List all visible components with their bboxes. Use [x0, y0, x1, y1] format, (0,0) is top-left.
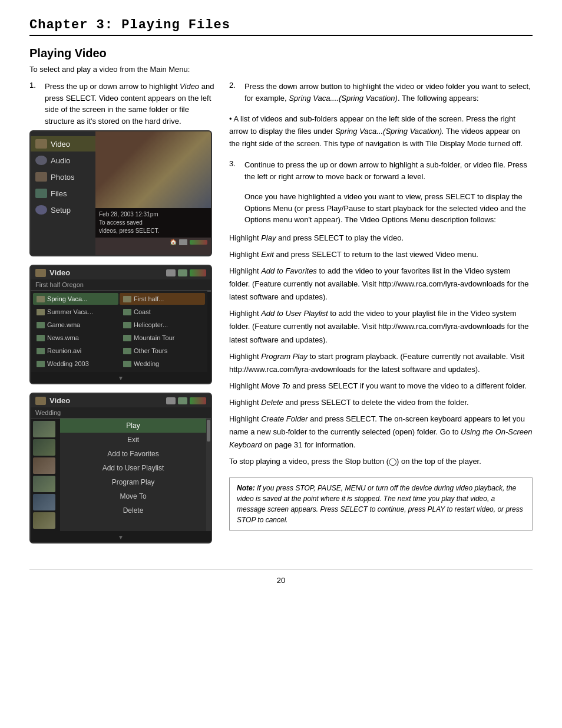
- option-program-play[interactable]: Program Play: [60, 475, 206, 489]
- option-move-to[interactable]: Move To: [60, 489, 206, 503]
- intro-text: To select and play a video from the Main…: [29, 65, 533, 74]
- file-item-reunion[interactable]: Reunion.avi: [33, 345, 118, 357]
- option-play[interactable]: Play: [60, 419, 206, 433]
- bullet-text: • A list of videos and sub-folders appea…: [229, 113, 533, 150]
- scroll-indicator: [207, 291, 211, 292]
- options-body: Play Exit Add to Favorites Add to User P…: [31, 419, 211, 531]
- screen3-options: Video Wedding Pla: [29, 393, 212, 543]
- main-content: 1. Press the up or down arrow to highlig…: [29, 81, 533, 552]
- folder-icon: [37, 309, 45, 315]
- setup-icon: [35, 205, 47, 215]
- thumb1: [33, 421, 55, 437]
- file-grid-wrapper: Spring Vaca... First half... Summer Vaca…: [31, 291, 211, 372]
- media-icon: [37, 322, 45, 328]
- option-delete[interactable]: Delete: [60, 503, 206, 518]
- files-icon: [35, 189, 47, 198]
- menu-item-setup: Setup: [31, 202, 95, 218]
- step3: 3. Continue to press the up or down arro…: [229, 159, 533, 226]
- bar-icon1: [179, 239, 187, 245]
- screen3-header: Video: [31, 394, 211, 407]
- step1-label: 1. Press the up or down arrow to highlig…: [29, 81, 215, 127]
- media-icon: [123, 309, 131, 315]
- hdr-icon1: [166, 269, 176, 276]
- menu-item-photos: Photos: [31, 169, 95, 185]
- page-footer: 20: [29, 569, 533, 585]
- video-icon: [35, 139, 47, 149]
- photos-icon: [35, 172, 47, 182]
- file-item-game[interactable]: Game.wma: [33, 319, 118, 331]
- section-title: Playing Video: [29, 47, 533, 60]
- highlight-create-folder: Highlight Create Folder and press SELECT…: [229, 413, 533, 452]
- thumb3: [33, 457, 55, 474]
- menu-item-files: Files: [31, 186, 95, 201]
- screen1-info: Feb 28, 2003 12:31pm To access saved vid…: [95, 208, 211, 238]
- step3-text: Continue to press the up or down arrow t…: [244, 159, 533, 226]
- thumb4: [33, 476, 55, 492]
- menu-item-audio: Audio: [31, 153, 95, 168]
- screen3-battery: [190, 397, 206, 404]
- screen3-subtitle: Wedding: [31, 407, 211, 419]
- highlight-program-play: Highlight Program Play to start program …: [229, 350, 533, 376]
- folder-icon: [37, 296, 45, 302]
- highlight-stop: To stop playing a video, press the Stop …: [229, 455, 533, 468]
- media-icon: [37, 335, 45, 341]
- highlight-add-playlist: Highlight Add to User Playlist to add th…: [229, 307, 533, 346]
- options-scrollbar: [206, 419, 211, 531]
- media-icon: [123, 348, 131, 354]
- screen2-subtitle: First half Oregon: [31, 279, 211, 291]
- option-add-playlist[interactable]: Add to User Playlist: [60, 461, 206, 475]
- header-icons: [166, 269, 206, 276]
- file-item-wedding[interactable]: Wedding: [120, 358, 205, 370]
- chapter-title: Chapter 3: Playing Files: [29, 18, 533, 32]
- highlight-add-favorites: Highlight Add to Favorites to add the vi…: [229, 265, 533, 304]
- screen2-battery: [190, 269, 206, 276]
- file-item-wedding-2003[interactable]: Wedding 2003: [33, 358, 118, 370]
- folder-icon: [123, 296, 131, 302]
- audio-icon: [35, 156, 47, 165]
- file-item-coast[interactable]: Coast: [120, 306, 205, 318]
- step2-num: 2.: [229, 81, 240, 104]
- option-add-favorites[interactable]: Add to Favorites: [60, 447, 206, 461]
- media-icon: [123, 322, 131, 328]
- option-exit[interactable]: Exit: [60, 433, 206, 447]
- thumb5: [33, 494, 55, 510]
- screen1-content: Feb 28, 2003 12:31pm To access saved vid…: [95, 131, 211, 255]
- screen3-scroll-down: ▼: [31, 531, 211, 542]
- highlight-move-to: Highlight Move To and press SELECT if yo…: [229, 380, 533, 393]
- file-item-other-tours[interactable]: Other Tours: [120, 345, 205, 357]
- thumb6: [33, 512, 55, 529]
- chapter-header: Chapter 3: Playing Files: [29, 18, 533, 36]
- hdr-icon4: [178, 397, 187, 404]
- file-item-helicopter[interactable]: Helicopter...: [120, 319, 205, 331]
- screen2-header: Video: [31, 266, 211, 279]
- note-label: Note: If you press STOP, PAUSE, MENU or …: [237, 484, 523, 524]
- hdr-icon2: [178, 269, 187, 276]
- scroll-down-indicator: ▼: [31, 372, 211, 383]
- screen1-bar: 🏠: [95, 238, 211, 246]
- screen1-thumbnail: [95, 131, 211, 208]
- screen1-menu: Video Audio Photos Files: [31, 131, 95, 255]
- media-icon: [123, 335, 131, 341]
- step1-num: 1.: [29, 81, 40, 127]
- note-box: Note: If you press STOP, PAUSE, MENU or …: [229, 477, 533, 531]
- file-item-spring-vaca[interactable]: Spring Vaca...: [33, 293, 118, 305]
- media-icon: [123, 361, 131, 367]
- thumb2: [33, 439, 55, 456]
- highlight-exit: Highlight Exit and press SELECT to retur…: [229, 248, 533, 261]
- screen2-video-icon: [35, 269, 46, 277]
- file-item-summer-vaca[interactable]: Summer Vaca...: [33, 306, 118, 318]
- step2: 2. Press the down arrow button to highli…: [229, 81, 533, 104]
- step3-num: 3.: [229, 159, 240, 226]
- options-thumbnails: [31, 419, 60, 531]
- file-item-first-half[interactable]: First half...: [120, 293, 205, 305]
- media-icon: [37, 348, 45, 354]
- hdr-icon3: [166, 397, 176, 404]
- screen3-header-icons: [166, 397, 206, 404]
- file-item-news[interactable]: News.wma: [33, 332, 118, 344]
- file-item-mountain-tour[interactable]: Mountain Tour: [120, 332, 205, 344]
- screen1-main-menu: Video Audio Photos Files: [29, 130, 212, 256]
- scrollbar-thumb: [207, 420, 210, 442]
- battery-bar: [190, 240, 207, 245]
- step1-text: Press the up or down arrow to highlight …: [45, 81, 215, 127]
- highlight-play: Highlight Play and press SELECT to play …: [229, 232, 533, 245]
